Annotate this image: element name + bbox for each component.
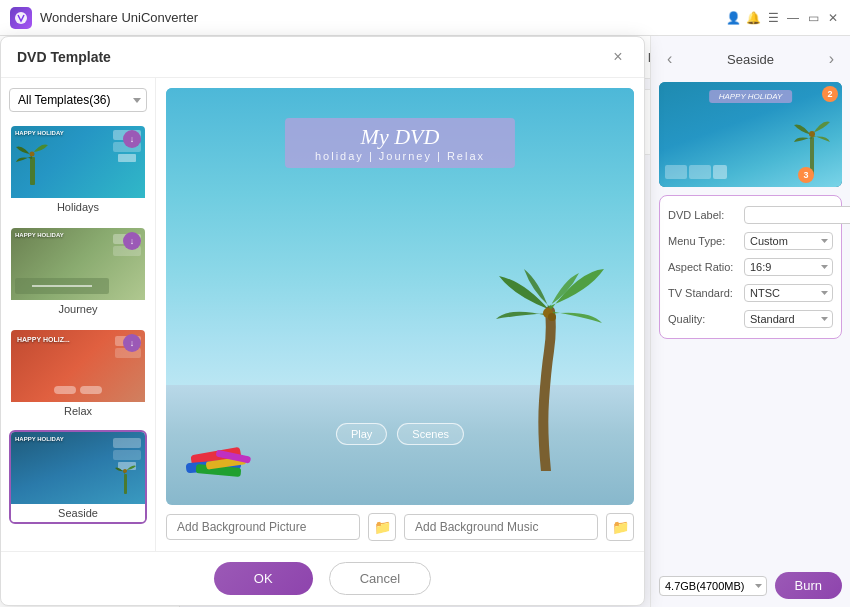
relax-download-badge[interactable]: ↓ <box>123 334 141 352</box>
right-panel: ‹ Seaside › HAPPY HOLIDAY <box>650 36 850 607</box>
menu-type-label: Menu Type: <box>668 235 740 247</box>
journey-download-badge[interactable]: ↓ <box>123 232 141 250</box>
dvd-canvas: My DVD holiday | Journey | Relax Play Sc… <box>166 88 634 505</box>
menu-type-row: Menu Type: Custom Standard None <box>668 232 833 250</box>
dvd-dialog-footer: OK Cancel <box>1 551 644 605</box>
aspect-ratio-row: Aspect Ratio: 16:9 4:3 <box>668 258 833 276</box>
prev-arrow[interactable]: ‹ <box>661 48 678 70</box>
seaside-banner: HAPPY HOLIDAY <box>709 90 793 103</box>
dvd-title-banner: My DVD holiday | Journey | Relax <box>285 118 515 168</box>
badge-2: 2 <box>822 86 838 102</box>
thumb-ui-elements <box>665 165 727 179</box>
dvd-play-button[interactable]: Play <box>336 423 387 445</box>
svg-point-5 <box>809 131 815 137</box>
disc-size-select[interactable]: 4.7GB(4700MB) 8.5GB(8500MB) <box>659 576 767 596</box>
dvd-title-text: My DVD <box>315 124 485 150</box>
quality-label: Quality: <box>668 313 740 325</box>
seaside-nav: ‹ Seaside › <box>659 44 842 74</box>
browse-bg-picture-button[interactable]: 📁 <box>368 513 396 541</box>
svg-point-9 <box>123 469 127 473</box>
cancel-button[interactable]: Cancel <box>329 562 431 595</box>
seaside-thumbnail: HAPPY HOLIDAY 2 3 <box>659 82 842 187</box>
dvd-bottom-bar: 📁 📁 <box>166 513 634 541</box>
menu-icon[interactable]: ☰ <box>766 11 780 25</box>
dvd-template-title: DVD Template <box>17 49 111 65</box>
journey-label: Journey <box>11 300 145 318</box>
holidays-label: Holidays <box>11 198 145 216</box>
relax-thumbnail: HAPPY HOLIZ... ↓ <box>11 330 145 402</box>
close-icon[interactable]: ✕ <box>826 11 840 25</box>
add-background-music-input[interactable] <box>404 514 598 540</box>
folder-icon: 📁 <box>374 519 391 535</box>
dvd-label-label: DVD Label: <box>668 209 740 221</box>
dvd-preview-area: My DVD holiday | Journey | Relax Play Sc… <box>156 78 644 551</box>
dvd-scenes-button[interactable]: Scenes <box>397 423 464 445</box>
app-title: Wondershare UniConverter <box>40 10 726 25</box>
svg-point-7 <box>30 152 35 157</box>
quality-select[interactable]: Standard High Low <box>744 310 833 328</box>
journey-thumbnail: HAPPY HOLIDAY ↓ <box>11 228 145 300</box>
svg-point-16 <box>548 313 556 321</box>
minimize-icon[interactable]: — <box>786 11 800 25</box>
template-item-journey[interactable]: HAPPY HOLIDAY ↓ Journey <box>9 226 147 320</box>
holidays-download-badge[interactable]: ↓ <box>123 130 141 148</box>
svg-rect-6 <box>30 157 35 185</box>
palm-tree <box>494 251 604 475</box>
quality-row: Quality: Standard High Low <box>668 310 833 328</box>
dvd-action-buttons: Play Scenes <box>336 423 464 445</box>
settings-panel: DVD Label: Menu Type: Custom Standard No… <box>659 195 842 339</box>
app-logo <box>10 7 32 29</box>
add-background-picture-input[interactable] <box>166 514 360 540</box>
tv-standard-label: TV Standard: <box>668 287 740 299</box>
beach-items <box>186 411 286 485</box>
maximize-icon[interactable]: ▭ <box>806 11 820 25</box>
dvd-subtitle-text: holiday | Journey | Relax <box>315 150 485 162</box>
folder-music-icon: 📁 <box>612 519 629 535</box>
profile-icon[interactable]: 👤 <box>726 11 740 25</box>
template-filter-select[interactable]: All Templates(36) Holidays Journey Relax… <box>9 88 147 112</box>
ok-button[interactable]: OK <box>214 562 313 595</box>
window-controls: 👤 🔔 ☰ — ▭ ✕ <box>726 11 840 25</box>
seaside-label-tmpl: Seaside <box>11 504 145 522</box>
badge-3: 3 <box>798 167 814 183</box>
notification-icon[interactable]: 🔔 <box>746 11 760 25</box>
template-item-holidays[interactable]: HAPPY HOLIDAY ↓ Holidays <box>9 124 147 218</box>
template-item-relax[interactable]: HAPPY HOLIZ... ↓ Relax <box>9 328 147 422</box>
dvd-template-header: DVD Template × <box>1 37 644 78</box>
template-item-seaside[interactable]: HAPPY HOLIDAY <box>9 430 147 524</box>
relax-label: Relax <box>11 402 145 420</box>
burn-bottom-bar: 4.7GB(4700MB) 8.5GB(8500MB) Burn <box>659 572 842 599</box>
burn-button[interactable]: Burn <box>775 572 842 599</box>
title-bar: Wondershare UniConverter 👤 🔔 ☰ — ▭ ✕ <box>0 0 850 36</box>
tv-standard-row: TV Standard: NTSC PAL <box>668 284 833 302</box>
dvd-template-dialog: DVD Template × All Templates(36) Holiday… <box>0 36 645 606</box>
tv-standard-select[interactable]: NTSC PAL <box>744 284 833 302</box>
seaside-thumbnail-tmpl: HAPPY HOLIDAY <box>11 432 145 504</box>
dvd-label-row: DVD Label: <box>668 206 833 224</box>
browse-bg-music-button[interactable]: 📁 <box>606 513 634 541</box>
seaside-label: Seaside <box>727 52 774 67</box>
template-sidebar: All Templates(36) Holidays Journey Relax… <box>1 78 156 551</box>
aspect-ratio-label: Aspect Ratio: <box>668 261 740 273</box>
holidays-thumbnail: HAPPY HOLIDAY ↓ <box>11 126 145 198</box>
aspect-ratio-select[interactable]: 16:9 4:3 <box>744 258 833 276</box>
svg-rect-8 <box>124 474 127 494</box>
menu-type-select[interactable]: Custom Standard None <box>744 232 833 250</box>
next-arrow[interactable]: › <box>823 48 840 70</box>
dvd-template-close-button[interactable]: × <box>608 47 628 67</box>
dvd-template-body: All Templates(36) Holidays Journey Relax… <box>1 78 644 551</box>
dvd-label-input[interactable] <box>744 206 850 224</box>
